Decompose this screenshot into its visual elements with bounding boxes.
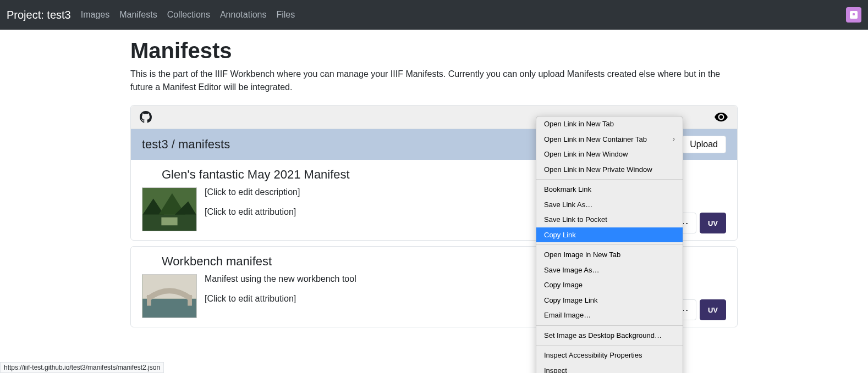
navbar: Project: test3 Images Manifests Collecti… — [0, 0, 868, 30]
nav-link-manifests[interactable]: Manifests — [119, 10, 157, 20]
ctx-set-desktop-bg[interactable]: Set Image as Desktop Background… — [536, 328, 683, 343]
ctx-save-link-as[interactable]: Save Link As… — [536, 197, 683, 213]
uv-button[interactable]: UV — [700, 299, 726, 320]
page-intro: This is the part of the IIIF Workbench w… — [130, 68, 738, 94]
ctx-open-link-new-tab[interactable]: Open Link in New Tab — [536, 116, 683, 132]
chevron-right-icon: › — [673, 134, 675, 144]
ctx-open-image-new-tab[interactable]: Open Image in New Tab — [536, 247, 683, 263]
ctx-save-image-as[interactable]: Save Image As… — [536, 263, 683, 278]
upload-button[interactable]: Upload — [682, 136, 726, 153]
svg-rect-8 — [147, 295, 151, 306]
breadcrumb[interactable]: test3 / manifests — [142, 137, 230, 152]
ctx-save-link-pocket[interactable]: Save Link to Pocket — [536, 212, 683, 227]
ctx-open-link-private[interactable]: Open Link in New Private Window — [536, 162, 683, 177]
ctx-separator — [536, 179, 683, 180]
ctx-open-link-new-container[interactable]: Open Link in New Container Tab› — [536, 132, 683, 147]
nav-link-annotations[interactable]: Annotations — [220, 10, 267, 20]
manifest-thumbnail[interactable] — [142, 274, 197, 318]
uv-button[interactable]: UV — [700, 213, 726, 233]
ctx-email-image[interactable]: Email Image… — [536, 308, 683, 323]
ctx-bookmark-link[interactable]: Bookmark Link — [536, 182, 683, 197]
nav-left: Project: test3 Images Manifests Collecti… — [7, 9, 295, 21]
ctx-copy-image-link[interactable]: Copy Image Link — [536, 293, 683, 308]
nav-link-images[interactable]: Images — [81, 10, 109, 20]
ctx-copy-link[interactable]: Copy Link — [536, 227, 683, 243]
ctx-open-link-new-window[interactable]: Open Link in New Window — [536, 147, 683, 162]
ctx-separator — [536, 244, 683, 245]
nav-link-collections[interactable]: Collections — [167, 10, 210, 20]
ctx-inspect-a11y[interactable]: Inspect Accessibility Properties — [536, 348, 683, 363]
nav-link-files[interactable]: Files — [276, 10, 295, 20]
github-icon[interactable] — [140, 111, 152, 123]
ctx-inspect[interactable]: Inspect — [536, 363, 683, 374]
svg-rect-9 — [188, 295, 192, 306]
ctx-copy-image[interactable]: Copy Image — [536, 277, 683, 293]
manifest-thumbnail[interactable] — [142, 187, 197, 231]
page-title: Manifests — [130, 38, 738, 63]
ctx-separator — [536, 345, 683, 346]
ctx-separator — [536, 325, 683, 326]
nav-right — [846, 7, 861, 23]
avatar[interactable] — [846, 7, 861, 23]
status-url: https://iiif-test.github.io/test3/manife… — [0, 362, 164, 373]
context-menu: Open Link in New Tab Open Link in New Co… — [536, 116, 683, 373]
svg-rect-5 — [161, 218, 177, 226]
eye-icon[interactable] — [714, 110, 728, 124]
project-title: Project: test3 — [7, 9, 71, 21]
